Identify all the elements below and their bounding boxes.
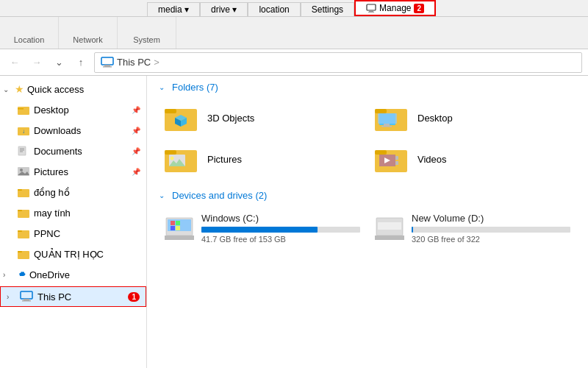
sidebar-item-downloads[interactable]: ↓ Downloads 📌 (0, 120, 146, 141)
manage-badge: 2 (414, 4, 424, 13)
computer-icon (366, 3, 376, 13)
folder-3d-label: 3D Objects (207, 113, 254, 124)
chevron-right-icon: › (3, 271, 12, 279)
drives-header-label: Devices and drives (2) (172, 190, 267, 201)
sidebar-downloads-label: Downloads (34, 125, 81, 136)
drive-c[interactable]: Windows (C:) 41.7 GB free of 153 GB (159, 207, 366, 250)
documents-icon (18, 146, 29, 156)
sidebar-item-pictures[interactable]: Pictures 📌 (0, 161, 146, 182)
sidebar-may-tinh-label: may tính (34, 208, 71, 219)
sidebar-item-dong-ho[interactable]: đồng hồ (0, 182, 146, 202)
sidebar-quan-tri-hoc-label: QUẢN TRỊ HỌC (34, 249, 104, 260)
sidebar-dong-ho-label: đồng hồ (34, 187, 70, 198)
folder-pictures[interactable]: Pictures (159, 140, 366, 178)
this-pc-badge: 1 (128, 292, 140, 302)
c-drive-bar-bg (201, 227, 360, 233)
onedrive-icon (15, 270, 26, 280)
drive-d[interactable]: New Volume (D:) 320 GB free of 322 (369, 207, 576, 250)
sidebar-desktop-label: Desktop (34, 105, 69, 116)
d-drive-info: New Volume (D:) 320 GB free of 322 (412, 213, 570, 244)
svg-rect-25 (21, 291, 32, 299)
sidebar-documents-label: Documents (34, 146, 82, 157)
address-path[interactable]: This PC > (94, 52, 582, 73)
sidebar-item-may-tinh[interactable]: may tính (0, 202, 146, 223)
folder-desktop-label: Desktop (417, 113, 453, 124)
folder-3d-objects[interactable]: 3D Objects (159, 99, 366, 137)
recent-locations-button[interactable]: ⌄ (50, 54, 68, 71)
svg-text:↓: ↓ (22, 128, 25, 135)
ribbon-group-network: Network (59, 17, 118, 49)
svg-rect-37 (165, 150, 176, 155)
folder-videos-icon (375, 144, 410, 174)
svg-rect-18 (18, 189, 22, 191)
this-pc-chevron: › (7, 293, 15, 301)
content-area: ⌄ Folders (7) 3D Objects (147, 76, 588, 368)
downloads-folder-icon: ↓ (18, 125, 29, 135)
tab-settings[interactable]: Settings (301, 2, 354, 16)
tab-manage[interactable]: Manage 2 (354, 0, 436, 16)
pin-icon-doc: 📌 (132, 147, 140, 155)
sidebar-item-ppnc[interactable]: PPNC (0, 223, 146, 244)
folder-desktop[interactable]: Desktop (369, 99, 576, 137)
svg-rect-47 (395, 161, 398, 165)
tab-drive[interactable]: drive ▾ (200, 2, 248, 16)
sidebar-item-desktop[interactable]: Desktop 📌 (0, 99, 146, 120)
back-button[interactable]: ← (6, 54, 24, 71)
up-button[interactable]: ↑ (72, 54, 90, 71)
quick-access-label: Quick access (27, 84, 84, 95)
svg-rect-2 (368, 12, 374, 13)
svg-rect-35 (381, 126, 392, 127)
sidebar-onedrive[interactable]: › OneDrive (0, 264, 146, 285)
forward-button[interactable]: → (28, 54, 46, 71)
svg-rect-26 (24, 299, 29, 300)
d-drive-name: New Volume (D:) (412, 213, 570, 224)
system-group-label: System (133, 35, 160, 44)
pin-icon-dl: 📌 (132, 127, 140, 135)
svg-rect-50 (171, 221, 175, 225)
folders-header-label: Folders (7) (172, 82, 218, 93)
svg-rect-29 (165, 109, 176, 113)
folder-videos[interactable]: Videos (369, 140, 576, 178)
sidebar-quick-access[interactable]: ⌄ ★ Quick access (0, 79, 146, 99)
location-btns (17, 22, 41, 32)
sidebar-item-documents[interactable]: Documents 📌 (0, 141, 146, 161)
drives-section-header[interactable]: ⌄ Devices and drives (2) (159, 190, 576, 201)
folder-3d-icon (165, 103, 200, 132)
folder-ppnc-icon (18, 228, 29, 238)
svg-rect-54 (165, 236, 194, 240)
folder-pictures-icon (165, 144, 200, 174)
desktop-folder-icon (18, 105, 29, 115)
sidebar-item-this-pc[interactable]: › This PC 1 (0, 286, 146, 307)
pc-icon (101, 57, 114, 68)
ribbon-group-system: System (118, 17, 176, 49)
ribbon: media ▾ drive ▾ location Settings Manage… (0, 0, 588, 49)
tab-media[interactable]: media ▾ (147, 2, 200, 16)
svg-rect-53 (176, 226, 180, 230)
star-icon: ★ (15, 83, 24, 95)
system-btns (137, 22, 157, 32)
svg-rect-33 (378, 113, 397, 124)
sidebar-item-quan-tri-hoc[interactable]: QUẢN TRỊ HỌC (0, 244, 146, 264)
sidebar-ppnc-label: PPNC (34, 228, 60, 239)
c-drive-size: 41.7 GB free of 153 GB (201, 235, 360, 244)
svg-rect-0 (367, 4, 376, 10)
location-group-label: Location (14, 35, 45, 44)
tab-location[interactable]: location (248, 2, 300, 16)
svg-rect-1 (369, 10, 373, 12)
c-drive-bar-fill (201, 227, 318, 233)
svg-rect-42 (375, 150, 387, 155)
folders-grid: 3D Objects Desktop (159, 99, 576, 178)
drives-grid: Windows (C:) 41.7 GB free of 153 GB New … (159, 207, 576, 250)
svg-point-40 (171, 157, 174, 160)
folders-chevron-icon: ⌄ (159, 83, 168, 91)
svg-rect-24 (18, 251, 22, 252)
path-segment-this-pc: This PC (117, 57, 151, 68)
c-drive-info: Windows (C:) 41.7 GB free of 153 GB (201, 213, 360, 244)
folder-dong-ho-icon (18, 187, 29, 197)
svg-rect-20 (18, 210, 22, 211)
svg-rect-57 (375, 236, 404, 240)
svg-rect-51 (176, 221, 180, 225)
sidebar-pictures-label: Pictures (34, 166, 68, 177)
folders-section-header[interactable]: ⌄ Folders (7) (159, 82, 576, 93)
svg-rect-7 (18, 108, 24, 110)
